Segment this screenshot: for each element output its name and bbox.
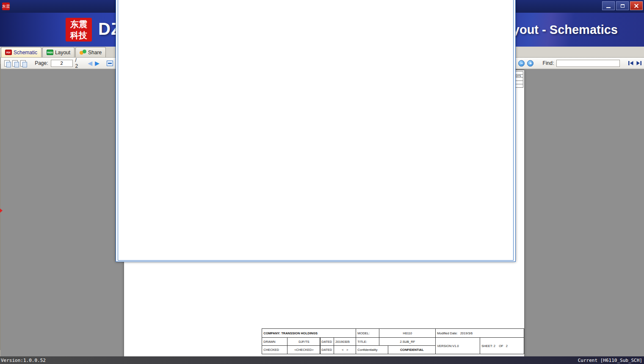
- company-logo: 东震 科技: [66, 18, 92, 42]
- find-previous-icon[interactable]: [627, 61, 633, 66]
- pads-icon: PADS: [47, 50, 53, 55]
- find-input[interactable]: [556, 60, 620, 67]
- page-total: / 2: [75, 57, 80, 69]
- minimize-icon: [606, 7, 611, 8]
- content-area: +X521+X522+X550+X551+X552+X5511+X5515+X5…: [0, 58, 644, 356]
- fit-page-icon[interactable]: [116, 0, 516, 262]
- scroll-up-icon[interactable]: [0, 58, 0, 64]
- status-bar: Version:1.0.0.52 Current [H6110_Sub_SCH]: [0, 356, 644, 364]
- tab-label: Schematic: [14, 50, 37, 56]
- close-button[interactable]: [630, 1, 643, 10]
- company-cell: COMPANY: TRANSSION HOLDINGS: [262, 328, 356, 338]
- title-block: COMPANY: TRANSSION HOLDINGS MODEL: H6110…: [262, 328, 524, 354]
- page-label: Page:: [35, 60, 48, 66]
- current-document-text: Current [H6110_Sub_SCH]: [578, 358, 642, 363]
- scroll-down-icon[interactable]: [0, 350, 0, 356]
- zoom-in-icon[interactable]: +: [527, 60, 533, 67]
- next-page-icon[interactable]: ▶: [95, 60, 100, 66]
- page-input[interactable]: [51, 60, 73, 67]
- previous-page-icon[interactable]: ◀: [88, 60, 92, 66]
- pdf-viewer: Page: / 2 ◀ ▶ − + Find: Aa: [1, 58, 644, 356]
- maximize-button[interactable]: [616, 1, 629, 10]
- maximize-icon: [621, 4, 625, 8]
- fit-width-icon[interactable]: [107, 61, 113, 66]
- minimize-button[interactable]: [602, 1, 615, 10]
- tab-share[interactable]: Share: [75, 47, 106, 57]
- version-text: Version:1.0.0.52: [1, 358, 46, 363]
- tab-label: Layout: [55, 50, 70, 56]
- find-label: Find:: [543, 60, 554, 66]
- close-icon: [634, 4, 638, 8]
- tab-label: Share: [88, 50, 102, 56]
- tab-layout[interactable]: PADS Layout: [42, 47, 75, 57]
- pdf-icon: PDF: [5, 50, 12, 55]
- zoom-out-icon[interactable]: −: [518, 60, 525, 67]
- viewer-toolbar: Page: / 2 ◀ ▶ − + Find: Aa: [1, 58, 644, 69]
- tab-schematic[interactable]: PDF Schematic: [1, 47, 41, 57]
- share-icon: [80, 50, 86, 55]
- single-page-view-icon[interactable]: [4, 60, 10, 67]
- find-next-icon[interactable]: [636, 61, 642, 66]
- book-view-icon[interactable]: [20, 60, 26, 67]
- app-window: 东震 DZKJ Schematics 东震 科技 DZKJ Tools Andr…: [0, 0, 644, 364]
- facing-pages-view-icon[interactable]: [12, 60, 18, 67]
